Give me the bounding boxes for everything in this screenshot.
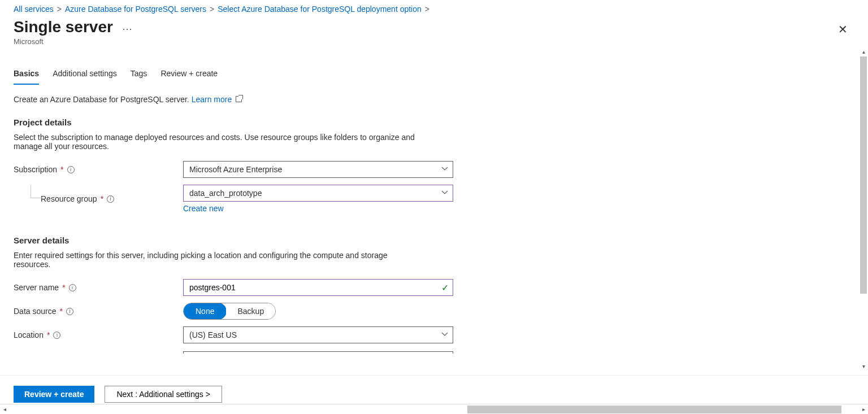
partial-field <box>183 351 453 354</box>
location-select[interactable]: (US) East US <box>183 326 453 343</box>
server-details-desc: Enter required settings for this server,… <box>14 251 420 269</box>
next-row-partial <box>14 351 847 354</box>
info-icon[interactable]: i <box>69 284 76 291</box>
info-icon[interactable]: i <box>107 195 114 203</box>
page-subtitle: Microsoft <box>14 37 831 46</box>
tab-tags[interactable]: Tags <box>131 66 147 85</box>
chevron-right-icon: > <box>57 5 62 14</box>
chevron-down-icon <box>441 165 448 172</box>
breadcrumb-item[interactable]: Select Azure Database for PostgreSQL dep… <box>218 5 422 14</box>
resource-group-row: Resource group * i data_arch_prototype C… <box>14 185 847 213</box>
subscription-value: Microsoft Azure Enterprise <box>189 165 282 174</box>
scroll-track[interactable] <box>18 406 850 413</box>
breadcrumb-item[interactable]: All services <box>14 5 54 14</box>
server-name-row: Server name * i ✓ <box>14 279 847 296</box>
intro-text: Create an Azure Database for PostgreSQL … <box>14 95 847 104</box>
page-header: Single server ⋯ Microsoft ✕ <box>0 16 868 46</box>
chevron-right-icon: > <box>210 5 214 14</box>
subscription-select[interactable]: Microsoft Azure Enterprise <box>183 161 453 178</box>
scroll-down-icon[interactable]: ▾ <box>860 363 867 371</box>
chevron-down-icon <box>441 189 448 196</box>
form-body: Basics Additional settings Tags Review +… <box>0 56 860 363</box>
tab-bar: Basics Additional settings Tags Review +… <box>14 66 847 85</box>
check-icon: ✓ <box>441 282 449 293</box>
intro-text-body: Create an Azure Database for PostgreSQL … <box>14 95 192 104</box>
server-name-input[interactable] <box>183 279 453 296</box>
chevron-down-icon <box>441 331 448 338</box>
horizontal-scrollbar[interactable]: ◂ ▸ <box>0 404 868 414</box>
scroll-thumb[interactable] <box>467 406 841 413</box>
vertical-scrollbar[interactable]: ▴ ▾ <box>860 56 867 363</box>
external-link-icon <box>236 96 242 102</box>
footer-bar: Review + create Next : Additional settin… <box>0 375 868 403</box>
next-button[interactable]: Next : Additional settings > <box>105 386 222 403</box>
required-icon: * <box>60 165 63 174</box>
resource-group-value: data_arch_prototype <box>189 189 262 198</box>
subscription-label: Subscription <box>14 165 57 174</box>
info-icon[interactable]: i <box>66 308 73 315</box>
tab-review-create[interactable]: Review + create <box>160 66 218 85</box>
location-row: Location * i (US) East US <box>14 326 847 343</box>
info-icon[interactable]: i <box>67 166 75 173</box>
server-details-heading: Server details <box>14 236 847 245</box>
scroll-up-icon[interactable]: ▴ <box>860 49 867 56</box>
required-icon: * <box>59 307 62 316</box>
data-source-label: Data source <box>14 307 56 316</box>
project-details-heading: Project details <box>14 117 847 127</box>
required-icon: * <box>62 283 65 292</box>
tree-connector <box>31 185 42 198</box>
required-icon: * <box>101 194 103 203</box>
project-details-desc: Select the subscription to manage deploy… <box>14 133 420 151</box>
scroll-right-icon[interactable]: ▸ <box>859 406 868 412</box>
data-source-backup[interactable]: Backup <box>226 303 275 319</box>
resource-group-select[interactable]: data_arch_prototype <box>183 185 453 202</box>
tab-additional-settings[interactable]: Additional settings <box>53 66 117 85</box>
create-new-link[interactable]: Create new <box>183 204 453 213</box>
close-icon[interactable]: ✕ <box>831 18 854 41</box>
learn-more-link[interactable]: Learn more <box>192 95 232 104</box>
tab-basics[interactable]: Basics <box>14 66 39 85</box>
more-icon[interactable]: ⋯ <box>122 24 133 34</box>
location-value: (US) East US <box>189 330 237 339</box>
required-icon: * <box>47 330 50 339</box>
review-create-button[interactable]: Review + create <box>14 386 94 403</box>
data-source-none[interactable]: None <box>183 303 227 320</box>
scroll-left-icon[interactable]: ◂ <box>0 406 9 412</box>
scroll-thumb[interactable] <box>860 56 867 294</box>
breadcrumb-item[interactable]: Azure Database for PostgreSQL servers <box>65 5 206 14</box>
resource-group-label: Resource group <box>41 194 97 203</box>
location-label: Location <box>14 330 44 339</box>
subscription-row: Subscription * i Microsoft Azure Enterpr… <box>14 161 847 178</box>
page-title: Single server <box>14 18 113 36</box>
data-source-toggle: None Backup <box>183 303 276 320</box>
info-icon[interactable]: i <box>53 332 60 339</box>
breadcrumb: All services > Azure Database for Postgr… <box>0 0 868 16</box>
chevron-right-icon: > <box>425 5 429 14</box>
server-name-label: Server name <box>14 283 59 292</box>
data-source-row: Data source * i None Backup <box>14 303 847 320</box>
